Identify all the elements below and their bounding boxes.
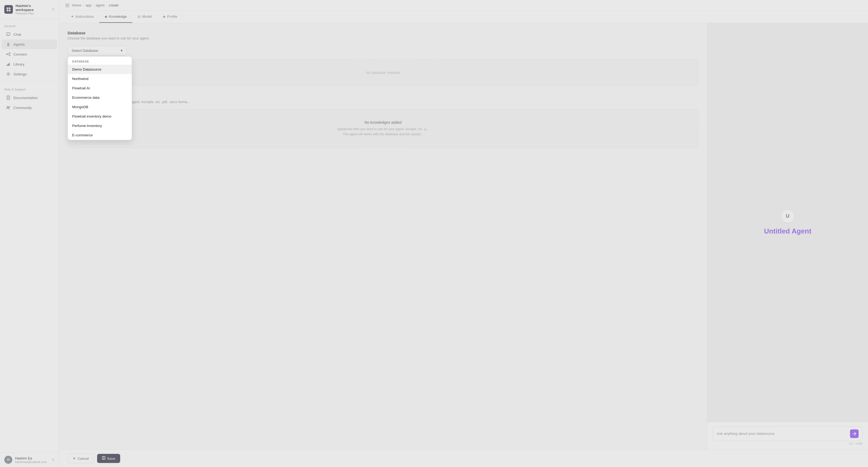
dropdown-group-label: Database (68, 57, 132, 65)
save-label: Save (107, 457, 115, 461)
user-footer[interactable]: H Hashim Ea hashimea@outlook.com ⇅ (0, 452, 59, 467)
svg-point-6 (6, 54, 7, 55)
left-panel: Database Choose the database you want to… (59, 23, 707, 449)
sidebar-item-community[interactable]: Community (2, 103, 57, 113)
model-tab-icon: ◎ (137, 14, 141, 19)
svg-rect-2 (7, 10, 8, 11)
community-icon (6, 105, 11, 110)
breadcrumb-agent[interactable]: agent (96, 3, 104, 7)
sidebar-item-label-connect: Connect (13, 52, 27, 56)
sidebar-item-label-documentation: Documentation (13, 96, 38, 100)
tab-instructions[interactable]: ✦ Instructions (65, 11, 99, 23)
chat-send-button[interactable] (850, 430, 859, 438)
svg-rect-21 (66, 4, 67, 5)
content-split: Database Choose the database you want to… (59, 23, 868, 449)
profile-tab-icon: ◈ (163, 14, 165, 19)
select-db-chevron-icon: ▾ (121, 48, 123, 53)
sidebar-item-library[interactable]: Library (2, 59, 57, 69)
sidebar-item-label-library: Library (13, 62, 24, 66)
tab-knowledge[interactable]: ◈ Knowledge (99, 11, 132, 23)
svg-rect-12 (8, 64, 8, 66)
dropdown-item-e-commerce[interactable]: E-commerce (68, 130, 132, 140)
tabs-bar: ✦ Instructions ◈ Knowledge ◎ Model ◈ Pro… (59, 11, 868, 23)
tab-model[interactable]: ◎ Model (132, 11, 157, 23)
files-section: Files Upload the files you want to use f… (68, 94, 699, 148)
chat-input-area: 127 / 5000 (707, 422, 868, 449)
svg-point-20 (8, 107, 10, 108)
svg-rect-13 (9, 63, 10, 66)
files-desc: Upload the files you want to use for you… (68, 100, 699, 104)
select-database-button[interactable]: Select Database ▾ (68, 46, 127, 55)
breadcrumb-home[interactable]: Home (72, 3, 81, 7)
breadcrumb: Home › app › agent › create (59, 0, 868, 11)
sidebar-item-chat[interactable]: Chat (2, 30, 57, 39)
footer-info: Hashim Ea hashimea@outlook.com (15, 456, 49, 464)
knowledge-tab-icon: ◈ (104, 14, 107, 19)
dropdown-item-perfume-inventory[interactable]: Perfume-Inventory (68, 121, 132, 130)
svg-line-10 (7, 55, 9, 55)
sidebar: Hashim's workspace Premium Plan ⇅ Genera… (0, 0, 59, 467)
bottom-bar: ✕ Cancel Save (59, 449, 868, 467)
files-title: Files (68, 94, 699, 99)
chat-input[interactable] (717, 432, 847, 438)
main-content: Home › app › agent › create ✦ Instructio… (59, 0, 868, 467)
cancel-label: Cancel (78, 457, 89, 461)
no-knowledge-desc-line1: Upload the files you want to use for you… (74, 127, 692, 132)
cancel-button[interactable]: ✕ Cancel (68, 454, 94, 463)
save-button[interactable]: Save (97, 454, 120, 463)
svg-point-7 (9, 53, 10, 54)
chat-icon (6, 32, 11, 37)
svg-point-8 (9, 55, 10, 56)
svg-point-14 (8, 74, 9, 75)
user-avatar: H (4, 456, 12, 464)
breadcrumb-create: create (109, 3, 119, 7)
no-db-text: No database selected (366, 70, 400, 75)
no-knowledge-box: No knowledges added Upload the files you… (68, 109, 699, 148)
sidebar-item-label-chat: Chat (13, 32, 21, 36)
footer-name: Hashim Ea (15, 456, 49, 460)
workspace-name: Hashim's workspace (16, 4, 49, 12)
settings-icon (6, 72, 11, 77)
svg-rect-5 (7, 45, 9, 46)
breadcrumb-sep2: › (93, 3, 94, 7)
char-count: 127 / 5000 (713, 442, 863, 445)
dropdown-item-northwind[interactable]: Northwind (68, 74, 132, 84)
tab-profile[interactable]: ◈ Profile (157, 11, 183, 23)
library-icon (6, 62, 11, 66)
svg-rect-0 (7, 7, 8, 9)
sidebar-item-settings[interactable]: Settings (2, 69, 57, 79)
sidebar-divider (0, 81, 59, 81)
tab-model-label: Model (142, 14, 152, 19)
instructions-tab-icon: ✦ (71, 14, 74, 19)
sidebar-item-documentation[interactable]: Documentation (2, 93, 57, 103)
svg-point-4 (7, 43, 9, 45)
sidebar-item-label-agents: Agents (13, 42, 25, 47)
breadcrumb-sep1: › (83, 3, 84, 7)
select-db-wrapper: Select Database ▾ Database Demo Datasour… (68, 46, 699, 55)
breadcrumb-app[interactable]: app (86, 3, 91, 7)
dropdown-item-mongodb[interactable]: MongoDB (68, 102, 132, 112)
tab-instructions-label: Instructions (75, 14, 94, 19)
save-icon (102, 456, 105, 461)
sidebar-item-agents[interactable]: Agents (2, 39, 57, 49)
sidebar-nav: General Chat Agents Connect Library (0, 19, 59, 452)
dropdown-item-demo[interactable]: Demo Datasource (68, 65, 132, 74)
footer-chevron-icon[interactable]: ⇅ (52, 458, 55, 462)
workspace-info: Hashim's workspace Premium Plan (16, 4, 49, 15)
sidebar-item-connect[interactable]: Connect (2, 49, 57, 59)
svg-rect-24 (68, 6, 69, 7)
svg-rect-1 (9, 7, 10, 9)
workspace-chevron-icon[interactable]: ⇅ (52, 7, 55, 11)
tab-knowledge-label: Knowledge (109, 14, 127, 19)
workspace-header[interactable]: Hashim's workspace Premium Plan ⇅ (0, 0, 59, 19)
dropdown-item-ecommerce-data[interactable]: Ecommerce data (68, 93, 132, 102)
agent-name: Untitled Agent (764, 227, 811, 235)
svg-line-9 (7, 53, 9, 54)
svg-rect-23 (66, 6, 67, 7)
breadcrumb-sep3: › (106, 3, 107, 7)
footer-email: hashimea@outlook.com (15, 460, 49, 464)
dropdown-item-flowtrail-inventory[interactable]: Flowtrail inventory demo (68, 112, 132, 121)
no-knowledge-desc-line2: The agent will works with the database a… (74, 132, 692, 137)
sidebar-item-label-community: Community (13, 106, 32, 110)
dropdown-item-flowtrail-ai[interactable]: Flowtrail AI (68, 84, 132, 93)
